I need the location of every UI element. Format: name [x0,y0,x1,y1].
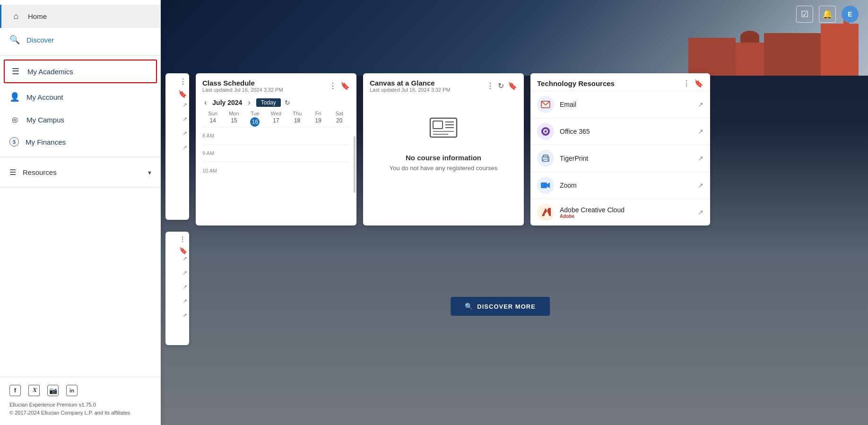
account-icon: 👤 [9,92,20,102]
sidebar-item-resources[interactable]: ☰ Resources ▾ [0,161,161,183]
home-icon: ⌂ [11,11,21,21]
canvas-bookmark-button[interactable]: 🔖 [508,81,517,90]
tech-item-email[interactable]: Email ↗ [530,91,710,118]
tech-item-adobe[interactable]: Adobe Creative Cloud Adobe ↗ [530,199,710,226]
tigerprint-icon [537,150,554,167]
linkedin-icon[interactable]: in [66,385,78,396]
partial2-link-2[interactable]: ↗ [182,269,187,276]
footer-text: Ellucian Experience Premium v1.75.0 © 20… [9,401,151,417]
partial-menu-icon[interactable]: ⋮ [179,77,187,86]
notifications-icon[interactable]: 🔔 [819,6,836,23]
external-link-icon-office365: ↗ [698,128,703,135]
tech-menu-button[interactable]: ⋮ [683,79,690,88]
search-icon: 🔍 [465,303,473,310]
twitter-icon[interactable]: 𝕏 [28,385,40,396]
cal-today-button[interactable]: Today [256,98,281,107]
partial2-link-1[interactable]: ↗ [182,255,187,262]
sidebar-item-label: My Campus [26,116,64,124]
partial2-link-3[interactable]: ↗ [182,284,187,290]
day-sat: Sat 20 [329,110,350,127]
discover-more-section: 🔍 DISCOVER MORE [451,297,550,316]
zoom-icon [537,177,554,194]
header: ☑ 🔔 E [161,0,868,28]
discover-icon: 🔍 [9,35,20,45]
tech-card-header: Technology Resources ⋮ 🔖 [530,73,710,91]
tasks-icon[interactable]: ☑ [796,6,813,23]
tech-item-office365[interactable]: Office 365 ↗ [530,118,710,145]
resources-label: Resources [23,168,57,176]
partial2-link-5[interactable]: ↗ [182,312,187,319]
tech-item-tigerprint[interactable]: TigerPrint ↗ [530,145,710,172]
sidebar-nav: ⌂ Home 🔍 Discover ☰ My Academics 👤 My Ac… [0,0,161,377]
cal-next-button[interactable]: › [246,98,252,107]
cards-row-2: ⋮ 🔖 ↗ ↗ ↗ ↗ ↗ [165,232,189,345]
sidebar-item-my-campus[interactable]: ◎ My Campus [0,109,161,130]
day-fri: Fri 19 [308,110,329,127]
finances-icon: $ [9,137,19,147]
nav-separator [0,55,161,56]
day-mon: Mon 15 [224,110,245,127]
partial2-menu-icon[interactable]: ⋮ [179,235,187,243]
partial-bookmark-icon[interactable]: 🔖 [178,90,187,98]
canvas-refresh-button[interactable]: ↻ [498,81,504,90]
tech-item-zoom[interactable]: Zoom ↗ [530,172,710,199]
partial-link-icon-1[interactable]: ↗ [182,102,187,108]
svg-rect-14 [541,182,547,188]
external-link-icon-zoom: ↗ [698,182,703,189]
canvas-no-course-icon [429,114,458,146]
partial2-bookmark-icon[interactable]: 🔖 [179,247,187,254]
cal-refresh-button[interactable]: ↻ [285,99,290,106]
instagram-icon[interactable]: 📷 [47,385,59,396]
tech-bookmark-button[interactable]: 🔖 [694,79,703,88]
sidebar-item-label: Discover [26,36,54,44]
canvas-menu-button[interactable]: ⋮ [486,81,494,90]
discover-more-button[interactable]: 🔍 DISCOVER MORE [451,297,550,316]
svg-point-10 [545,130,547,133]
nav-separator-3 [0,187,161,188]
sidebar-item-my-finances[interactable]: $ My Finances [0,130,161,153]
resources-icon: ☰ [9,168,16,177]
day-tue: Tue 16 [244,110,266,127]
card-bookmark-button[interactable]: 🔖 [340,81,350,90]
chevron-down-icon: ▾ [148,169,151,176]
sidebar-item-my-academics[interactable]: ☰ My Academics [4,60,157,83]
canvas-glance-card: Canvas at a Glance Last updated Jul 16, … [363,73,524,226]
cal-scrollbar[interactable] [354,136,356,193]
sidebar-item-label: My Academics [27,68,73,76]
external-link-icon-tigerprint: ↗ [698,155,703,162]
day-sun: Sun 14 [202,110,224,127]
tech-item-adobe-label: Adobe Creative Cloud [560,206,625,214]
card-subtitle: Last updated Jul 16, 2024 3:32 PM [202,87,283,93]
external-link-icon-email: ↗ [698,101,703,108]
card-title: Class Schedule [202,79,283,87]
svg-rect-12 [543,159,548,161]
partial-link-icon-3[interactable]: ↗ [182,130,187,137]
external-link-icon-adobe: ↗ [698,208,703,216]
sidebar-item-my-account[interactable]: 👤 My Account [0,85,161,109]
facebook-icon[interactable]: f [9,385,21,396]
canvas-card-title: Canvas at a Glance [370,79,451,87]
partial-link-icon-4[interactable]: ↗ [182,144,187,151]
card-menu-button[interactable]: ⋮ [329,81,337,90]
sidebar-item-home[interactable]: ⌂ Home [0,5,161,28]
canvas-body: No course information You do not have an… [363,95,524,191]
partial-link-icon-2[interactable]: ↗ [182,116,187,122]
sidebar-item-label: My Account [26,93,63,101]
cal-prev-button[interactable]: ‹ [202,98,208,107]
office365-icon [537,123,554,140]
day-wed: Wed 17 [266,110,287,127]
adobe-icon [537,204,554,221]
sidebar-footer: f 𝕏 📷 in Ellucian Experience Premium v1.… [0,377,161,425]
cal-nav: ‹ July 2024 › Today ↻ [196,95,356,110]
avatar[interactable]: E [842,6,859,23]
cal-month: July 2024 [212,99,242,106]
tech-item-tigerprint-label: TigerPrint [560,155,588,162]
partial2-link-4[interactable]: ↗ [182,298,187,304]
canvas-no-info-sub: You do not have any registered courses [390,165,498,172]
canvas-no-info-label: No course information [406,154,481,162]
partial-left-card: ⋮ 🔖 ↗ ↗ ↗ ↗ [165,73,189,220]
adobe-sub-label: Adobe [560,214,625,219]
email-icon [537,96,554,113]
sidebar-item-discover[interactable]: 🔍 Discover [0,28,161,52]
nav-separator-2 [0,157,161,157]
